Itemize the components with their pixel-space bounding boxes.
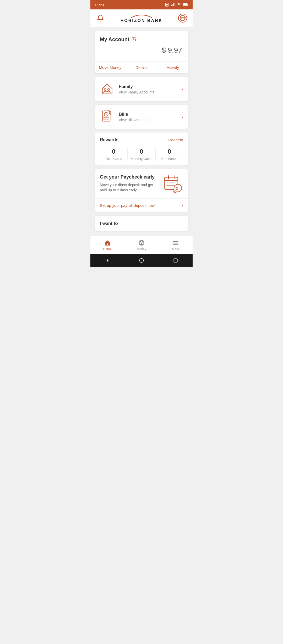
account-top: My Account $ 9.97 (95, 31, 188, 61)
svg-rect-2 (171, 5, 172, 6)
nav-more[interactable]: More (159, 236, 193, 254)
move-money-button[interactable]: Move Money (95, 62, 126, 73)
svg-rect-7 (187, 4, 188, 5)
account-card: My Account $ 9.97 Move Money Details Act… (95, 31, 188, 73)
wifi-icon (176, 3, 181, 7)
paycheck-text: Get your Paycheck early Move your direct… (100, 174, 162, 193)
rewards-header: Rewards Redeem (100, 137, 183, 142)
svg-point-12 (108, 88, 110, 90)
bills-chevron-icon: › (181, 114, 183, 120)
svg-point-26 (173, 189, 177, 193)
svg-point-11 (104, 88, 106, 90)
status-icons (165, 3, 188, 7)
paycheck-desc: Move your direct deposit and get paid up… (100, 182, 158, 193)
svg-text:$: $ (105, 113, 107, 116)
bell-button[interactable] (96, 13, 105, 23)
family-icon (100, 82, 115, 96)
account-actions: Move Money Details Activity (95, 61, 188, 73)
home-icon (104, 239, 111, 246)
family-row[interactable]: Family View Family Accounts › (95, 77, 188, 101)
monthly-coins-stat: 0 Monthly Coins (128, 148, 155, 161)
bills-title: Bills (119, 112, 177, 117)
rewards-stats: 0 Total Coins 0 Monthly Coins 0 Purchase… (100, 148, 183, 161)
svg-rect-34 (174, 259, 177, 262)
bottom-nav: Home Money More (90, 236, 193, 254)
android-nav-bar (90, 254, 193, 267)
family-subtitle: View Family Accounts (119, 90, 177, 94)
status-time: 11:51 (95, 3, 105, 7)
account-title: My Account (100, 36, 129, 42)
battery-icon (183, 3, 188, 6)
back-button[interactable] (104, 257, 111, 264)
total-coins-stat: 0 Total Coins (100, 148, 127, 161)
redeem-button[interactable]: Redeem (168, 138, 183, 142)
nav-money[interactable]: Money (124, 236, 159, 254)
family-chevron-icon: › (181, 86, 183, 92)
home-nav-label: Home (103, 247, 112, 251)
svg-marker-32 (107, 259, 108, 262)
header: HORIZON BANK (90, 9, 193, 27)
money-icon (138, 239, 145, 246)
details-button[interactable]: Details (126, 62, 157, 73)
bank-logo: HORIZON BANK (121, 13, 162, 23)
bills-row[interactable]: $ Bills View Bill Accounts › (95, 105, 188, 129)
profile-button[interactable] (178, 13, 187, 23)
logo-arc-icon (128, 13, 155, 18)
monthly-coins-label: Monthly Coins (128, 157, 155, 161)
edit-icon[interactable] (132, 37, 136, 42)
svg-rect-4 (173, 4, 173, 6)
monthly-coins-number: 0 (128, 148, 155, 155)
main-content: My Account $ 9.97 Move Money Details Act… (90, 27, 193, 236)
rewards-title: Rewards (100, 137, 118, 142)
paycheck-card: Get your Paycheck early Move your direct… (95, 169, 188, 212)
purchases-number: 0 (156, 148, 183, 155)
bills-icon: $ (100, 109, 115, 124)
money-nav-label: Money (137, 247, 146, 251)
svg-rect-27 (107, 243, 108, 245)
svg-rect-5 (173, 3, 174, 6)
svg-rect-3 (172, 4, 173, 6)
want-to-card: I want to (95, 216, 188, 231)
bills-text: Bills View Bill Accounts (119, 112, 177, 122)
bills-card[interactable]: $ Bills View Bill Accounts › (95, 105, 188, 129)
rewards-card: Rewards Redeem 0 Total Coins 0 Monthly C… (95, 132, 188, 165)
bank-name: HORIZON BANK (121, 18, 162, 23)
status-bar: 11:51 (90, 0, 193, 9)
purchases-label: Purchases (156, 157, 183, 161)
nav-home[interactable]: Home (90, 236, 124, 254)
family-title: Family (119, 84, 177, 89)
payroll-chevron-icon: › (181, 202, 183, 208)
payroll-action-label: Set up your payroll deposit now (100, 203, 155, 208)
total-coins-number: 0 (100, 148, 127, 155)
bills-subtitle: View Bill Accounts (119, 118, 177, 122)
paycheck-calendar-icon: $ (162, 174, 183, 193)
account-balance: $ 9.97 (100, 46, 183, 59)
family-card[interactable]: Family View Family Accounts › (95, 77, 188, 101)
sim-icon (165, 3, 169, 7)
purchases-stat: 0 Purchases (156, 148, 183, 161)
home-button[interactable] (138, 257, 145, 264)
signal-icon (171, 3, 175, 7)
svg-rect-1 (166, 4, 167, 5)
profile-logo-icon (178, 13, 187, 23)
payroll-setup-button[interactable]: Set up your payroll deposit now › (95, 198, 188, 212)
activity-button[interactable]: Activity (157, 62, 188, 73)
family-text: Family View Family Accounts (119, 84, 177, 94)
svg-rect-8 (183, 4, 187, 5)
recent-button[interactable] (172, 257, 179, 264)
svg-rect-19 (165, 177, 178, 181)
total-coins-label: Total Coins (100, 157, 127, 161)
paycheck-top: Get your Paycheck early Move your direct… (95, 169, 188, 198)
svg-point-33 (140, 259, 144, 263)
account-title-row: My Account (100, 36, 183, 42)
more-nav-label: More (172, 247, 179, 251)
want-to-title: I want to (100, 221, 183, 226)
more-icon (172, 239, 179, 246)
paycheck-title: Get your Paycheck early (100, 174, 158, 180)
